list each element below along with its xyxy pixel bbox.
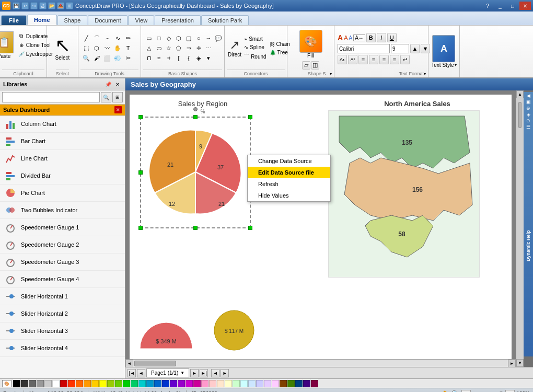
italic-button[interactable]: I (377, 33, 386, 42)
zoom-out-button[interactable]: - (461, 390, 471, 393)
bold-button[interactable]: B (366, 33, 376, 42)
library-item[interactable]: Slider Horizontal 1 (0, 288, 125, 305)
color-swatch[interactable] (21, 380, 28, 387)
pan-icon[interactable]: ✋ (441, 390, 449, 393)
scroll-left[interactable]: ◄ (125, 360, 133, 367)
more-basic-shapes[interactable]: ▾ (204, 53, 213, 63)
print-icon[interactable]: 🖨 (39, 2, 47, 9)
open-icon[interactable]: 📂 (48, 2, 55, 9)
handle-tl[interactable] (138, 115, 143, 119)
handle-tr[interactable] (248, 115, 252, 119)
color-swatch[interactable] (240, 380, 248, 387)
canvas-surface[interactable]: Sales by Region % (130, 95, 512, 363)
library-item[interactable]: Column Chart (0, 116, 125, 133)
color-swatch[interactable] (52, 380, 60, 387)
scroll-thumb[interactable] (518, 102, 522, 128)
library-item[interactable]: Slider Horizontal 4 (0, 340, 125, 357)
library-item[interactable]: Bar Chart (0, 133, 125, 150)
color-swatch[interactable] (178, 380, 185, 387)
category-close[interactable]: ✕ (114, 106, 122, 113)
freehand-tool[interactable]: 〰 (102, 43, 112, 53)
menu-change-datasource[interactable]: Change Data Source (248, 155, 330, 167)
select-button[interactable]: ↖ Select (53, 34, 73, 63)
color-swatch[interactable] (225, 380, 232, 387)
diamond-shape[interactable]: ◇ (164, 33, 173, 43)
pentagon-shape[interactable]: ⬠ (174, 43, 183, 53)
library-item[interactable]: Slider Horizontal 3 (0, 322, 125, 340)
brush-tool[interactable]: 🖌 (92, 53, 101, 63)
arrow-shape[interactable]: → (204, 33, 213, 43)
export-icon[interactable]: 📤 (57, 2, 64, 9)
handle-bl[interactable] (138, 226, 143, 230)
pen-tool[interactable]: ✏ (123, 33, 133, 43)
right-icon-1[interactable]: ◀ (527, 93, 530, 98)
close-button[interactable]: ✕ (519, 2, 531, 10)
rect-select-tool[interactable]: ⬚ (82, 43, 91, 53)
color-swatch[interactable] (29, 380, 36, 387)
indent-btn[interactable]: ↵ (400, 55, 410, 64)
align-center-btn[interactable]: ≡ (369, 55, 378, 64)
square-shape[interactable]: □ (154, 33, 164, 43)
tab-shape[interactable]: Shape (57, 15, 88, 25)
library-item[interactable]: Speedometer Gauge 4 (0, 271, 125, 288)
color-swatch[interactable] (13, 380, 20, 387)
grid-icon[interactable]: ⊞ (66, 2, 73, 9)
color-swatch[interactable] (107, 380, 114, 387)
color-swatch[interactable] (303, 380, 310, 387)
color-swatch[interactable] (256, 380, 263, 387)
color-swatch[interactable] (123, 380, 130, 387)
brace-shape[interactable]: { (184, 53, 193, 63)
underline-button[interactable]: U (387, 33, 397, 42)
color-swatch[interactable] (193, 380, 201, 387)
color-swatch[interactable] (68, 380, 75, 387)
fill-button[interactable]: 🎨 Fill (300, 29, 321, 60)
color-swatch[interactable] (60, 380, 67, 387)
hand-tool[interactable]: ✋ (113, 43, 122, 53)
superscript-btn[interactable]: A¹ (348, 55, 357, 64)
right-icon-3[interactable]: ⊕ (526, 106, 530, 111)
color-swatch[interactable] (84, 380, 91, 387)
font-size-up[interactable]: ▲ (410, 44, 420, 53)
color-swatch[interactable] (131, 380, 138, 387)
text-style-dropdown[interactable]: ▾ (455, 63, 457, 67)
maximize-button[interactable]: □ (507, 2, 518, 10)
color-swatch[interactable] (115, 380, 122, 387)
zoom-in-button[interactable]: + (505, 390, 515, 393)
color-swatch[interactable] (99, 380, 107, 387)
right-icon-4[interactable]: ◈ (527, 112, 530, 117)
right-icon-2[interactable]: ▣ (526, 99, 531, 105)
paste-button[interactable]: 📋 Paste (0, 30, 16, 60)
tab-solution-park[interactable]: Solution Park (201, 15, 249, 25)
color-swatch[interactable] (91, 380, 99, 387)
flowchart-shape[interactable]: ◈ (194, 53, 203, 63)
eraser-tool[interactable]: ⬜ (102, 53, 112, 63)
save-icon[interactable]: 💾 (13, 2, 20, 9)
color-swatch[interactable] (272, 380, 279, 387)
bracket-shape[interactable]: [ (174, 53, 183, 63)
line-tool[interactable]: ╱ (82, 33, 91, 43)
round-connector[interactable]: ⌒ Round (244, 52, 266, 61)
library-item[interactable]: Two Bubbles Indicator (0, 202, 125, 219)
align-left-btn[interactable]: ≡ (358, 55, 368, 64)
curve-tool[interactable]: ⌒ (92, 33, 101, 43)
page-tab-dropdown-arrow[interactable]: ▼ (180, 371, 184, 375)
page-tab-next[interactable]: ► (190, 369, 199, 377)
hexagon-shape[interactable]: ⬡ (174, 33, 183, 43)
zoom-tool[interactable]: 🔍 (82, 53, 91, 63)
minimize-button[interactable]: _ (494, 2, 506, 10)
shape-group-expander[interactable]: ▾ (330, 72, 332, 76)
menu-refresh[interactable]: Refresh (248, 178, 330, 190)
color-swatch[interactable] (217, 380, 224, 387)
handle-ml[interactable] (138, 170, 143, 175)
color-swatch[interactable] (44, 380, 52, 387)
page-scroll-right[interactable]: ► (221, 369, 229, 377)
library-item[interactable]: Speedometer Gauge 1 (0, 219, 125, 236)
dynamic-help-label[interactable]: Dynamic Help (526, 136, 531, 355)
scroll-right[interactable]: ► (508, 360, 516, 367)
right-icon-6[interactable]: ☰ (526, 124, 530, 130)
color-swatch[interactable] (170, 380, 177, 387)
color-swatch[interactable] (186, 380, 193, 387)
scroll-down[interactable]: ▼ (516, 359, 524, 367)
subscript-btn[interactable]: A₁ (338, 55, 347, 64)
text-tool[interactable]: T (123, 43, 133, 53)
